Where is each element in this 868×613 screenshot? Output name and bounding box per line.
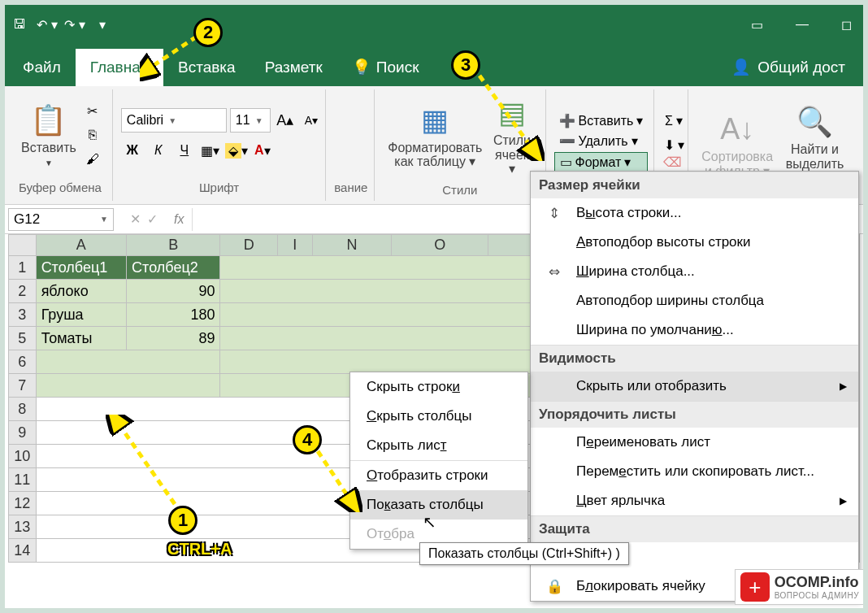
cells-insert-button[interactable]: ➕Вставить ▾ bbox=[554, 111, 649, 130]
format-dropdown-menu: Размер ячейки ⇕Высота строки... Автоподб… bbox=[530, 171, 859, 602]
svg-line-0 bbox=[148, 37, 197, 69]
row-header[interactable]: 5 bbox=[9, 327, 37, 350]
menu-row-height[interactable]: ⇕Высота строки... bbox=[531, 198, 858, 228]
row-header[interactable]: 1 bbox=[9, 256, 37, 280]
row-header[interactable]: 3 bbox=[9, 303, 37, 327]
row-header[interactable]: 6 bbox=[9, 350, 37, 374]
share-icon: 👤 bbox=[731, 58, 751, 76]
submenu-show-cols[interactable]: Показать столбцы bbox=[350, 490, 527, 520]
cell[interactable]: Груша bbox=[36, 303, 126, 327]
format-painter-icon[interactable]: 🖌 bbox=[81, 148, 104, 171]
ribbon-tabs: Файл Главная Вставка Разметк 💡 Поиск 👤 О… bbox=[0, 49, 868, 86]
col-header-B[interactable]: B bbox=[127, 235, 220, 256]
cell[interactable]: Столбец2 bbox=[127, 256, 220, 280]
cell[interactable]: яблоко bbox=[36, 280, 126, 303]
annotation-arrow-icon bbox=[314, 447, 362, 512]
col-header-O[interactable]: O bbox=[392, 235, 488, 256]
tab-file[interactable]: Файл bbox=[8, 49, 76, 86]
menu-move-copy-sheet[interactable]: Переместить или скопировать лист... bbox=[531, 457, 858, 486]
save-icon[interactable]: 🖫 bbox=[8, 13, 31, 36]
lock-icon: 🔒 bbox=[545, 578, 563, 595]
row-height-icon: ⇕ bbox=[545, 205, 563, 222]
cancel-icon[interactable]: ✕ bbox=[130, 211, 141, 227]
maximize-icon[interactable]: ◻ bbox=[841, 17, 852, 33]
fill-icon[interactable]: ⬇ ▾ bbox=[662, 134, 685, 157]
share-button[interactable]: 👤 Общий дост bbox=[717, 48, 860, 86]
annotation-arrow-icon bbox=[106, 415, 187, 512]
menu-rename-sheet[interactable]: Переименовать лист bbox=[531, 428, 858, 457]
italic-button[interactable]: К bbox=[147, 139, 170, 162]
clipboard-icon: 📋 bbox=[30, 103, 67, 137]
tooltip: Показать столбцы (Ctrl+Shift+) ) bbox=[419, 542, 629, 565]
border-button[interactable]: ▦▾ bbox=[199, 139, 222, 162]
menu-section-cell-size: Размер ячейки bbox=[531, 172, 858, 198]
hide-unhide-submenu: Скрыть строки Скрыть столбцы Скрыть лист… bbox=[349, 372, 528, 550]
col-header-I[interactable]: I bbox=[277, 235, 312, 256]
row-header[interactable]: 10 bbox=[9, 445, 37, 468]
select-all-corner[interactable] bbox=[9, 235, 37, 256]
tab-layout[interactable]: Разметк bbox=[250, 49, 337, 86]
format-cells-icon: ▭ bbox=[560, 154, 572, 170]
menu-autofit-row[interactable]: Автоподбор высоты строки bbox=[531, 228, 858, 257]
cell[interactable]: Томаты bbox=[36, 327, 126, 350]
minimize-icon[interactable]: — bbox=[796, 17, 809, 33]
menu-section-organize: Упорядочить листы bbox=[531, 401, 858, 428]
row-header[interactable]: 11 bbox=[9, 468, 37, 492]
cells-format-button[interactable]: ▭Формат ▾ bbox=[554, 152, 649, 172]
cut-icon[interactable]: ✂ bbox=[81, 99, 104, 122]
font-size-combo[interactable]: 11▼ bbox=[230, 108, 271, 133]
row-header[interactable]: 2 bbox=[9, 280, 37, 303]
col-header-A[interactable]: A bbox=[36, 235, 126, 256]
row-header[interactable]: 12 bbox=[9, 492, 37, 515]
submenu-arrow-icon: ▶ bbox=[840, 495, 847, 506]
cell[interactable]: Столбец1 bbox=[36, 256, 126, 280]
qat-dropdown-icon[interactable]: ▾ bbox=[91, 13, 114, 36]
annotation-callout-3: 3 bbox=[451, 50, 480, 80]
group-alignment: вание bbox=[326, 89, 375, 201]
name-box[interactable]: G12▼ bbox=[8, 208, 114, 231]
table-icon: ▦ bbox=[421, 103, 449, 137]
tell-me-search[interactable]: 💡 Поиск bbox=[337, 48, 434, 86]
autosum-icon[interactable]: Σ ▾ bbox=[662, 110, 685, 133]
row-header[interactable]: 13 bbox=[9, 515, 37, 539]
title-bar: 🖫 ↶ ▾ ↷ ▾ ▾ ▭ — ◻ bbox=[0, 0, 868, 49]
row-header[interactable]: 9 bbox=[9, 421, 37, 445]
menu-col-width[interactable]: ⇔Ширина столбца... bbox=[531, 257, 858, 286]
bold-button[interactable]: Ж bbox=[121, 139, 144, 162]
svg-line-2 bbox=[318, 451, 350, 500]
undo-icon[interactable]: ↶ ▾ bbox=[36, 13, 59, 36]
redo-icon[interactable]: ↷ ▾ bbox=[63, 13, 86, 36]
copy-icon[interactable]: ⎘ bbox=[81, 124, 104, 146]
fill-color-button[interactable]: ⬙▾ bbox=[225, 139, 248, 162]
group-font: Calibri▼ 11▼ A▴ A▾ Ж К Ч ▦▾ ⬙▾ A▾ bbox=[113, 89, 326, 201]
font-color-button[interactable]: A▾ bbox=[251, 139, 274, 162]
increase-font-icon[interactable]: A▴ bbox=[274, 109, 297, 132]
menu-hide-unhide[interactable]: Скрыть или отобразить▶ bbox=[531, 372, 858, 401]
watermark-plus-icon: + bbox=[740, 572, 770, 602]
decrease-font-icon[interactable]: A▾ bbox=[300, 109, 323, 132]
row-header[interactable]: 7 bbox=[9, 374, 37, 398]
col-header-D[interactable]: D bbox=[220, 235, 277, 256]
menu-tab-color[interactable]: Цвет ярлычка▶ bbox=[531, 486, 858, 515]
cells-delete-button[interactable]: ➖Удалить ▾ bbox=[554, 132, 649, 150]
cell[interactable]: 180 bbox=[127, 303, 220, 327]
submenu-unhide-rows[interactable]: Отобразить строки bbox=[350, 460, 527, 490]
menu-autofit-col[interactable]: Автоподбор ширины столбца bbox=[531, 286, 858, 315]
cell[interactable]: 89 bbox=[127, 327, 220, 350]
row-header[interactable]: 14 bbox=[9, 539, 37, 563]
submenu-hide-sheet[interactable]: Скрыть лист bbox=[350, 431, 527, 460]
enter-icon[interactable]: ✓ bbox=[147, 211, 158, 227]
col-header-N[interactable]: N bbox=[312, 235, 392, 256]
paste-button[interactable]: 📋 Вставить ▼ bbox=[16, 100, 81, 171]
cell[interactable]: 90 bbox=[127, 280, 220, 303]
underline-button[interactable]: Ч bbox=[173, 139, 196, 162]
menu-section-visibility: Видимость bbox=[531, 345, 858, 372]
delete-cells-icon: ➖ bbox=[559, 133, 575, 149]
fx-icon[interactable]: fx bbox=[166, 212, 192, 227]
submenu-hide-cols[interactable]: Скрыть столбцы bbox=[350, 402, 527, 431]
submenu-hide-rows[interactable]: Скрыть строки bbox=[350, 372, 527, 402]
row-header[interactable]: 8 bbox=[9, 398, 37, 421]
ribbon-options-icon[interactable]: ▭ bbox=[751, 17, 763, 33]
menu-default-width[interactable]: Ширина по умолчанию... bbox=[531, 315, 858, 345]
font-name-combo[interactable]: Calibri▼ bbox=[121, 108, 227, 133]
